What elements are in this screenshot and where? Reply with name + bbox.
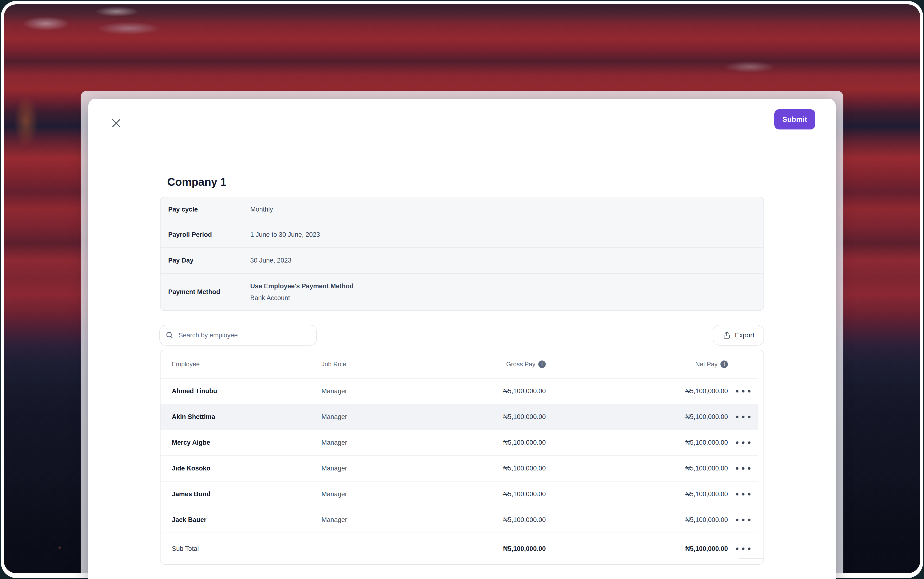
net-pay-amount: ₦5,100,000.00 [685, 516, 728, 523]
net-pay-info-icon[interactable]: i [720, 360, 728, 368]
employee-table-card: Employee Job Role Gross Pay i Net Pay i … [160, 350, 764, 565]
employee-name: Akin Shettima [172, 413, 322, 420]
export-upload-icon [722, 331, 731, 340]
job-role: Manager [322, 465, 422, 472]
table-header-row: Employee Job Role Gross Pay i Net Pay i [160, 350, 759, 379]
job-role: Manager [322, 413, 422, 420]
job-role: Manager [322, 439, 422, 447]
summary-row-payment-method: Payment Method Use Employee's Payment Me… [160, 274, 764, 311]
modal-header-divider [96, 145, 828, 146]
dot [736, 467, 739, 470]
dot [742, 415, 744, 418]
column-header-gross-pay: Gross Pay i [506, 360, 546, 368]
employee-name: Mercy Aigbe [172, 439, 322, 447]
gross-pay-amount: ₦5,100,000.00 [503, 439, 546, 447]
dot [742, 518, 744, 521]
payment-method-primary: Use Employee's Payment Method [250, 283, 354, 290]
gross-pay-info-icon[interactable]: i [538, 360, 546, 368]
dot [742, 493, 744, 496]
dot [736, 390, 739, 393]
page-title: Company 1 [167, 175, 226, 188]
summary-label: Payment Method [160, 288, 250, 296]
job-role: Manager [322, 491, 422, 498]
row-menu-button[interactable] [733, 491, 753, 498]
column-header-job-role: Job Role [322, 360, 422, 368]
subtotal-label: Sub Total [172, 545, 322, 553]
summary-row-pay-day: Pay Day 30 June, 2023 [160, 248, 764, 274]
dot [748, 390, 751, 393]
table-subtotal-row: Sub Total ₦5,100,000.00 ₦5,100,000.00 [160, 533, 759, 564]
screen: Submit Company 1 Pay cycle Monthly Payro… [0, 0, 924, 579]
row-menu-button[interactable] [733, 439, 753, 447]
net-pay-amount: ₦5,100,000.00 [685, 491, 728, 498]
net-pay-amount: ₦5,100,000.00 [685, 465, 728, 472]
search-input-wrapper[interactable] [159, 325, 317, 345]
summary-row-payroll-period: Payroll Period 1 June to 30 June, 2023 [160, 222, 764, 248]
close-icon [111, 118, 122, 129]
row-menu-button[interactable] [733, 413, 753, 420]
dot [748, 493, 751, 496]
summary-value: Use Employee's Payment Method Bank Accou… [250, 283, 354, 302]
employee-name: Jide Kosoko [172, 465, 322, 472]
table-row[interactable]: Mercy Aigbe Manager ₦5,100,000.00 ₦5,100… [160, 430, 759, 456]
subtotal-net-pay: ₦5,100,000.00 [685, 545, 728, 553]
column-header-label: Net Pay [695, 360, 718, 368]
export-label: Export [735, 331, 754, 339]
summary-value: Monthly [250, 206, 273, 213]
dot [742, 390, 744, 393]
export-button[interactable]: Export [713, 325, 764, 345]
search-input[interactable] [178, 331, 311, 339]
gross-pay-amount: ₦5,100,000.00 [503, 465, 546, 472]
column-header-label: Gross Pay [506, 360, 535, 368]
payment-method-secondary: Bank Account [250, 294, 354, 302]
dot [748, 518, 751, 521]
gross-pay-amount: ₦5,100,000.00 [503, 516, 546, 523]
column-header-net-pay: Net Pay i [695, 360, 728, 368]
subtotal-row-menu-button[interactable] [733, 545, 753, 553]
summary-value: 1 June to 30 June, 2023 [250, 231, 320, 239]
net-pay-amount: ₦5,100,000.00 [685, 388, 728, 395]
dot [748, 442, 751, 444]
dot [742, 442, 744, 444]
gross-pay-amount: ₦5,100,000.00 [503, 491, 546, 498]
row-menu-button[interactable] [733, 516, 753, 523]
summary-label: Payroll Period [160, 231, 250, 239]
job-role: Manager [322, 516, 422, 523]
dot [748, 415, 751, 418]
net-pay-amount: ₦5,100,000.00 [685, 439, 728, 447]
payroll-review-modal: Submit Company 1 Pay cycle Monthly Payro… [88, 99, 836, 579]
employee-name: James Bond [172, 491, 322, 498]
net-pay-amount: ₦5,100,000.00 [685, 413, 728, 420]
summary-label: Pay cycle [160, 206, 250, 213]
summary-value: 30 June, 2023 [250, 257, 291, 264]
job-role: Manager [322, 388, 422, 395]
table-row[interactable]: Jide Kosoko Manager ₦5,100,000.00 ₦5,100… [160, 456, 759, 481]
table-row[interactable]: Jack Bauer Manager ₦5,100,000.00 ₦5,100,… [160, 507, 759, 533]
row-menu-button[interactable] [733, 388, 753, 395]
summary-label: Pay Day [160, 257, 250, 264]
table-row[interactable]: James Bond Manager ₦5,100,000.00 ₦5,100,… [160, 481, 759, 507]
table-body: Ahmed Tinubu Manager ₦5,100,000.00 ₦5,10… [160, 379, 759, 533]
gross-pay-amount: ₦5,100,000.00 [503, 388, 546, 395]
dot [742, 467, 744, 470]
employee-name: Ahmed Tinubu [172, 388, 322, 395]
dot [748, 548, 751, 550]
dot [736, 442, 739, 444]
dot [736, 518, 739, 521]
summary-row-pay-cycle: Pay cycle Monthly [160, 197, 764, 222]
payroll-summary-card: Pay cycle Monthly Payroll Period 1 June … [160, 196, 764, 311]
dot [736, 415, 739, 418]
table-row[interactable]: Akin Shettima Manager ₦5,100,000.00 ₦5,1… [160, 404, 759, 430]
column-header-employee: Employee [172, 360, 322, 368]
search-icon [165, 331, 174, 339]
gross-pay-amount: ₦5,100,000.00 [503, 413, 546, 420]
dot [736, 548, 739, 550]
submit-button[interactable]: Submit [774, 109, 815, 129]
table-row[interactable]: Ahmed Tinubu Manager ₦5,100,000.00 ₦5,10… [160, 379, 759, 404]
dot [736, 493, 739, 496]
row-menu-button[interactable] [733, 465, 753, 472]
close-button[interactable] [108, 116, 124, 131]
horizontal-scrollbar-thumb[interactable] [739, 558, 764, 559]
dot [748, 467, 751, 470]
subtotal-gross-pay: ₦5,100,000.00 [503, 545, 546, 553]
